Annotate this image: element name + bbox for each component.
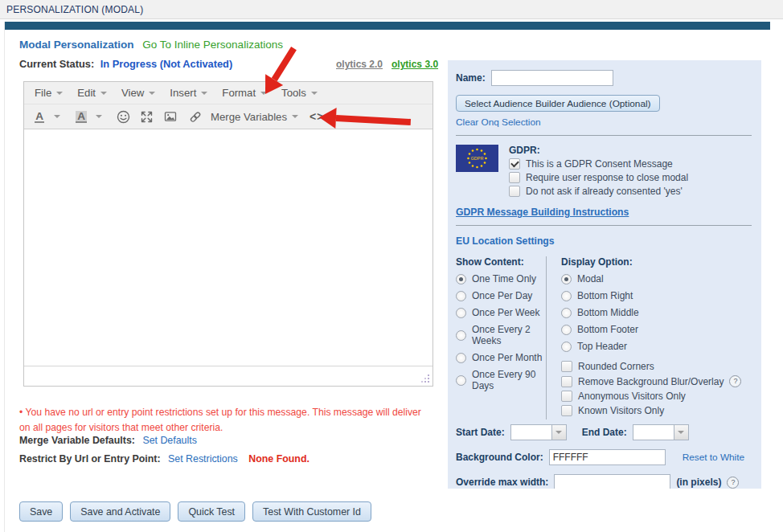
- checkbox[interactable]: [509, 158, 520, 170]
- rounded-corners-checkbox-row[interactable]: Rounded Corners: [561, 361, 741, 372]
- radio-once-per-week[interactable]: Once Per Week: [456, 307, 546, 318]
- merge-variables-label: Merge Variables: [211, 111, 287, 123]
- select-audience-button[interactable]: Select Audience Builder Audience (Option…: [456, 95, 660, 112]
- radio-label: Once Every 90 Days: [472, 369, 546, 391]
- radio-once-every-2-weeks[interactable]: Once Every 2 Weeks: [456, 324, 546, 346]
- radio-label: Bottom Middle: [577, 307, 639, 318]
- merge-variables-menu[interactable]: Merge Variables: [211, 111, 298, 123]
- checkbox[interactable]: [561, 376, 572, 387]
- status-label: Current Status:: [19, 58, 94, 70]
- emoticons-button[interactable]: [115, 107, 132, 126]
- fullscreen-button[interactable]: [138, 107, 155, 126]
- eu-location-settings-link[interactable]: EU Location Settings: [456, 235, 752, 247]
- source-code-button[interactable]: <>: [308, 107, 326, 126]
- checkbox[interactable]: [561, 361, 572, 372]
- radio-icon[interactable]: [456, 291, 466, 301]
- radio-label: Top Header: [577, 341, 627, 352]
- editor-statusbar: [24, 366, 432, 386]
- gdpr-require-response-checkbox-row[interactable]: Require user response to close modal: [509, 172, 688, 183]
- end-date-dropdown-button[interactable]: [674, 424, 689, 440]
- gdpr-do-not-ask-checkbox-row[interactable]: Do not ask if already consented 'yes': [509, 186, 688, 197]
- clear-onq-selection-link[interactable]: Clear Onq Selection: [456, 117, 541, 128]
- start-date-select[interactable]: [510, 424, 567, 440]
- background-color-button[interactable]: A: [73, 107, 89, 126]
- max-width-label: Override max width:: [456, 477, 548, 488]
- menu-insert-label: Insert: [170, 87, 196, 99]
- frequency-display-columns: Show Content: One Time Only Once Per Day…: [456, 256, 752, 419]
- olytics-2-link[interactable]: olytics 2.0: [336, 59, 383, 70]
- radio-once-per-month[interactable]: Once Per Month: [456, 352, 546, 363]
- radio-icon[interactable]: [561, 291, 572, 301]
- radio-once-every-90-days[interactable]: Once Every 90 Days: [456, 369, 546, 391]
- radio-top-header[interactable]: Top Header: [561, 341, 741, 352]
- known-visitors-checkbox-row[interactable]: Known Visitors Only: [561, 405, 741, 416]
- gdpr-instructions-link[interactable]: GDPR Message Building Instructions: [456, 207, 629, 218]
- insert-link-button[interactable]: [187, 107, 204, 126]
- background-color-input[interactable]: [549, 449, 666, 465]
- radio-icon[interactable]: [561, 342, 572, 352]
- menu-format[interactable]: Format: [215, 85, 274, 100]
- reset-to-white-link[interactable]: Reset to White: [683, 452, 744, 463]
- anonymous-visitors-checkbox-row[interactable]: Anonymous Visitors Only: [561, 391, 741, 402]
- checkbox[interactable]: [561, 405, 572, 416]
- checkbox[interactable]: [509, 172, 520, 183]
- radio-icon[interactable]: [456, 375, 466, 386]
- radio-once-per-day[interactable]: Once Per Day: [456, 290, 546, 301]
- menu-view[interactable]: View: [114, 85, 162, 100]
- radio-bottom-middle[interactable]: Bottom Middle: [561, 307, 741, 318]
- test-with-customer-id-button[interactable]: Test With Customer Id: [252, 501, 371, 522]
- show-content-label: Show Content:: [456, 256, 546, 268]
- olytics-3-link[interactable]: olytics 3.0: [392, 59, 438, 70]
- menu-file-label: File: [35, 87, 51, 99]
- radio-icon[interactable]: [561, 274, 572, 284]
- radio-bottom-right[interactable]: Bottom Right: [561, 290, 741, 301]
- inline-personalizations-link[interactable]: Go To Inline Personalizations: [142, 39, 283, 51]
- menu-tools-label: Tools: [281, 87, 306, 99]
- help-icon[interactable]: ?: [729, 375, 741, 387]
- app-header: PERSONALIZATION (MODAL): [0, 0, 783, 19]
- chevron-down-icon: [54, 115, 60, 118]
- eu-gdpr-flag-icon: GDPR: [456, 145, 498, 172]
- set-defaults-link[interactable]: Set Defaults: [142, 435, 197, 446]
- insert-image-button[interactable]: [162, 107, 179, 126]
- radio-icon[interactable]: [456, 353, 466, 363]
- radio-icon[interactable]: [456, 330, 466, 341]
- radio-icon[interactable]: [561, 308, 572, 318]
- editor-content[interactable]: [24, 129, 432, 366]
- status-row: Current Status: In Progress (Not Activat…: [19, 58, 232, 70]
- radio-icon[interactable]: [456, 308, 466, 318]
- menu-tools[interactable]: Tools: [274, 85, 325, 100]
- end-date-value[interactable]: [633, 424, 674, 440]
- help-icon[interactable]: ?: [727, 477, 739, 489]
- start-date-label: Start Date:: [456, 427, 505, 438]
- start-date-dropdown-button[interactable]: [552, 424, 567, 440]
- radio-bottom-footer[interactable]: Bottom Footer: [561, 324, 741, 335]
- start-date-value[interactable]: [510, 424, 552, 440]
- set-restrictions-link[interactable]: Set Restrictions: [168, 453, 238, 464]
- name-input[interactable]: [491, 70, 613, 86]
- radio-modal[interactable]: Modal: [561, 273, 741, 284]
- max-width-input[interactable]: [554, 474, 670, 489]
- gdpr-consent-checkbox-row[interactable]: This is a GDPR Consent Message: [509, 158, 688, 170]
- name-row: Name:: [456, 70, 752, 86]
- text-color-button[interactable]: A: [31, 107, 47, 126]
- radio-one-time-only[interactable]: One Time Only: [456, 273, 546, 284]
- save-button[interactable]: Save: [19, 501, 63, 522]
- chevron-down-icon: [311, 92, 318, 95]
- menu-edit[interactable]: Edit: [70, 85, 114, 100]
- radio-icon[interactable]: [561, 325, 572, 335]
- restriction-warning: • You have no url or entry point restric…: [19, 405, 434, 436]
- chevron-down-icon: [56, 92, 63, 95]
- menu-insert[interactable]: Insert: [162, 85, 215, 100]
- remove-blur-checkbox-row[interactable]: Remove Background Blur/Overlay ?: [561, 375, 741, 387]
- menu-file[interactable]: File: [27, 85, 70, 100]
- text-color-caret[interactable]: [49, 107, 65, 126]
- end-date-select[interactable]: [633, 424, 689, 440]
- radio-icon[interactable]: [456, 274, 466, 284]
- checkbox[interactable]: [561, 391, 572, 402]
- quick-test-button[interactable]: Quick Test: [178, 501, 245, 522]
- checkbox[interactable]: [509, 186, 520, 197]
- background-color-caret[interactable]: [91, 107, 107, 126]
- save-and-activate-button[interactable]: Save and Activate: [70, 501, 170, 522]
- resize-grip-icon[interactable]: [421, 374, 430, 383]
